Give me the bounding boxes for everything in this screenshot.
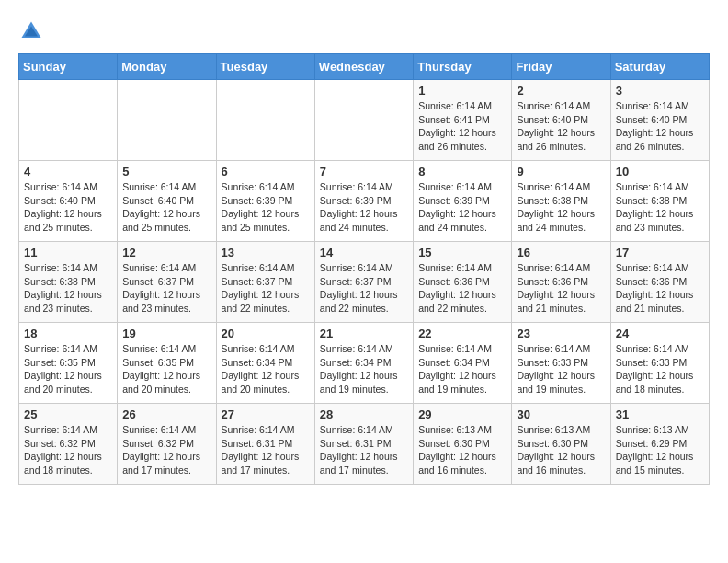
day-of-week-header: Sunday <box>19 54 118 80</box>
calendar-cell: 23Sunrise: 6:14 AM Sunset: 6:33 PM Dayli… <box>512 323 610 404</box>
day-number: 18 <box>24 327 112 340</box>
calendar-cell: 3Sunrise: 6:14 AM Sunset: 6:40 PM Daylig… <box>610 80 709 161</box>
calendar-cell: 4Sunrise: 6:14 AM Sunset: 6:40 PM Daylig… <box>19 161 118 242</box>
day-number: 25 <box>24 408 112 421</box>
day-number: 14 <box>320 246 408 259</box>
calendar-cell: 18Sunrise: 6:14 AM Sunset: 6:35 PM Dayli… <box>19 323 118 404</box>
calendar-cell: 9Sunrise: 6:14 AM Sunset: 6:38 PM Daylig… <box>512 161 610 242</box>
day-info: Sunrise: 6:14 AM Sunset: 6:31 PM Dayligh… <box>320 423 408 477</box>
day-info: Sunrise: 6:14 AM Sunset: 6:38 PM Dayligh… <box>517 180 605 235</box>
calendar-cell: 12Sunrise: 6:14 AM Sunset: 6:37 PM Dayli… <box>118 242 216 323</box>
page-header <box>18 18 710 44</box>
calendar-table: SundayMondayTuesdayWednesdayThursdayFrid… <box>18 53 710 485</box>
day-info: Sunrise: 6:14 AM Sunset: 6:36 PM Dayligh… <box>517 261 605 316</box>
day-number: 29 <box>418 408 506 421</box>
calendar-cell: 21Sunrise: 6:14 AM Sunset: 6:34 PM Dayli… <box>314 323 413 404</box>
calendar-cell <box>19 80 118 161</box>
day-number: 21 <box>320 327 408 340</box>
calendar-cell: 2Sunrise: 6:14 AM Sunset: 6:40 PM Daylig… <box>512 80 610 161</box>
calendar-cell <box>216 80 314 161</box>
day-number: 8 <box>418 165 506 178</box>
calendar-cell: 30Sunrise: 6:13 AM Sunset: 6:30 PM Dayli… <box>512 404 610 485</box>
day-number: 26 <box>122 408 210 421</box>
calendar-cell: 10Sunrise: 6:14 AM Sunset: 6:38 PM Dayli… <box>610 161 709 242</box>
calendar-cell <box>314 80 413 161</box>
calendar-cell: 5Sunrise: 6:14 AM Sunset: 6:40 PM Daylig… <box>118 161 216 242</box>
day-number: 9 <box>517 165 605 178</box>
day-info: Sunrise: 6:14 AM Sunset: 6:35 PM Dayligh… <box>24 342 112 396</box>
day-info: Sunrise: 6:14 AM Sunset: 6:32 PM Dayligh… <box>122 423 210 477</box>
day-info: Sunrise: 6:14 AM Sunset: 6:34 PM Dayligh… <box>320 342 408 396</box>
day-info: Sunrise: 6:14 AM Sunset: 6:31 PM Dayligh… <box>222 423 310 477</box>
day-info: Sunrise: 6:14 AM Sunset: 6:39 PM Dayligh… <box>418 180 506 235</box>
day-of-week-header: Wednesday <box>314 54 413 80</box>
day-info: Sunrise: 6:14 AM Sunset: 6:32 PM Dayligh… <box>24 423 112 477</box>
day-number: 19 <box>122 327 210 340</box>
day-number: 16 <box>517 246 605 259</box>
day-of-week-header: Thursday <box>414 54 512 80</box>
calendar-cell: 28Sunrise: 6:14 AM Sunset: 6:31 PM Dayli… <box>314 404 413 485</box>
calendar-cell: 15Sunrise: 6:14 AM Sunset: 6:36 PM Dayli… <box>414 242 512 323</box>
calendar-cell: 1Sunrise: 6:14 AM Sunset: 6:41 PM Daylig… <box>414 80 512 161</box>
calendar-cell: 17Sunrise: 6:14 AM Sunset: 6:36 PM Dayli… <box>610 242 709 323</box>
day-info: Sunrise: 6:14 AM Sunset: 6:34 PM Dayligh… <box>418 342 506 396</box>
calendar-cell: 24Sunrise: 6:14 AM Sunset: 6:33 PM Dayli… <box>610 323 709 404</box>
day-info: Sunrise: 6:14 AM Sunset: 6:38 PM Dayligh… <box>616 180 704 235</box>
day-info: Sunrise: 6:14 AM Sunset: 6:36 PM Dayligh… <box>616 261 704 316</box>
calendar-cell <box>118 80 216 161</box>
day-number: 2 <box>517 84 605 98</box>
day-number: 4 <box>24 165 112 178</box>
day-info: Sunrise: 6:13 AM Sunset: 6:29 PM Dayligh… <box>616 423 704 477</box>
day-number: 11 <box>24 246 112 259</box>
calendar-week-row: 11Sunrise: 6:14 AM Sunset: 6:38 PM Dayli… <box>19 242 710 323</box>
day-of-week-header: Monday <box>118 54 216 80</box>
day-number: 28 <box>320 408 408 421</box>
day-info: Sunrise: 6:14 AM Sunset: 6:40 PM Dayligh… <box>517 99 605 154</box>
day-info: Sunrise: 6:14 AM Sunset: 6:38 PM Dayligh… <box>24 261 112 316</box>
calendar-header-row: SundayMondayTuesdayWednesdayThursdayFrid… <box>19 54 710 80</box>
calendar-week-row: 4Sunrise: 6:14 AM Sunset: 6:40 PM Daylig… <box>19 161 710 242</box>
calendar-cell: 6Sunrise: 6:14 AM Sunset: 6:39 PM Daylig… <box>216 161 314 242</box>
day-number: 31 <box>616 408 704 421</box>
day-info: Sunrise: 6:14 AM Sunset: 6:37 PM Dayligh… <box>222 261 310 316</box>
day-info: Sunrise: 6:14 AM Sunset: 6:39 PM Dayligh… <box>320 180 408 235</box>
day-number: 10 <box>616 165 704 178</box>
logo <box>18 18 48 44</box>
calendar-cell: 13Sunrise: 6:14 AM Sunset: 6:37 PM Dayli… <box>216 242 314 323</box>
day-info: Sunrise: 6:13 AM Sunset: 6:30 PM Dayligh… <box>418 423 506 477</box>
day-number: 20 <box>222 327 310 340</box>
day-of-week-header: Saturday <box>610 54 709 80</box>
calendar-cell: 14Sunrise: 6:14 AM Sunset: 6:37 PM Dayli… <box>314 242 413 323</box>
calendar-week-row: 18Sunrise: 6:14 AM Sunset: 6:35 PM Dayli… <box>19 323 710 404</box>
day-info: Sunrise: 6:14 AM Sunset: 6:40 PM Dayligh… <box>122 180 210 235</box>
day-number: 30 <box>517 408 605 421</box>
calendar-cell: 26Sunrise: 6:14 AM Sunset: 6:32 PM Dayli… <box>118 404 216 485</box>
calendar-week-row: 1Sunrise: 6:14 AM Sunset: 6:41 PM Daylig… <box>19 80 710 161</box>
day-info: Sunrise: 6:14 AM Sunset: 6:33 PM Dayligh… <box>517 342 605 396</box>
day-info: Sunrise: 6:14 AM Sunset: 6:39 PM Dayligh… <box>222 180 310 235</box>
day-number: 13 <box>222 246 310 259</box>
day-number: 1 <box>418 84 506 98</box>
day-of-week-header: Friday <box>512 54 610 80</box>
day-info: Sunrise: 6:13 AM Sunset: 6:30 PM Dayligh… <box>517 423 605 477</box>
calendar-week-row: 25Sunrise: 6:14 AM Sunset: 6:32 PM Dayli… <box>19 404 710 485</box>
calendar-cell: 19Sunrise: 6:14 AM Sunset: 6:35 PM Dayli… <box>118 323 216 404</box>
day-info: Sunrise: 6:14 AM Sunset: 6:37 PM Dayligh… <box>320 261 408 316</box>
calendar-cell: 25Sunrise: 6:14 AM Sunset: 6:32 PM Dayli… <box>19 404 118 485</box>
calendar-cell: 7Sunrise: 6:14 AM Sunset: 6:39 PM Daylig… <box>314 161 413 242</box>
day-number: 24 <box>616 327 704 340</box>
logo-icon <box>18 18 44 44</box>
calendar-cell: 16Sunrise: 6:14 AM Sunset: 6:36 PM Dayli… <box>512 242 610 323</box>
day-number: 7 <box>320 165 408 178</box>
day-number: 23 <box>517 327 605 340</box>
day-info: Sunrise: 6:14 AM Sunset: 6:34 PM Dayligh… <box>222 342 310 396</box>
calendar-cell: 8Sunrise: 6:14 AM Sunset: 6:39 PM Daylig… <box>414 161 512 242</box>
day-number: 3 <box>616 84 704 98</box>
calendar-cell: 31Sunrise: 6:13 AM Sunset: 6:29 PM Dayli… <box>610 404 709 485</box>
day-of-week-header: Tuesday <box>216 54 314 80</box>
day-number: 5 <box>122 165 210 178</box>
day-info: Sunrise: 6:14 AM Sunset: 6:40 PM Dayligh… <box>24 180 112 235</box>
day-info: Sunrise: 6:14 AM Sunset: 6:35 PM Dayligh… <box>122 342 210 396</box>
calendar-cell: 20Sunrise: 6:14 AM Sunset: 6:34 PM Dayli… <box>216 323 314 404</box>
day-number: 15 <box>418 246 506 259</box>
